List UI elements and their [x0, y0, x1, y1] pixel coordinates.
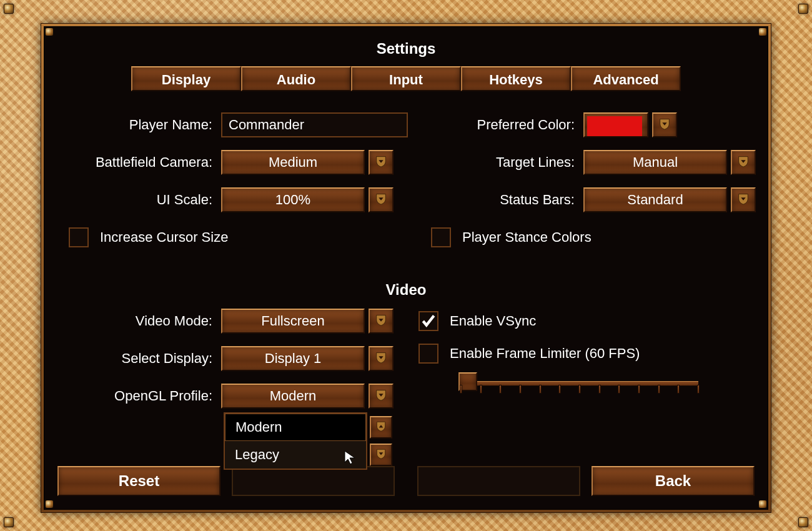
tab-bar: Display Audio Input Hotkeys Advanced — [44, 66, 768, 91]
label-player-name: Player Name: — [56, 117, 221, 133]
slider-tick — [677, 385, 680, 394]
select-display-arrow[interactable] — [369, 346, 394, 371]
select-display-value: Display 1 — [221, 346, 365, 371]
row-target-lines: Target Lines: Manual — [418, 149, 756, 176]
preferred-color-value — [583, 112, 648, 137]
tab-display[interactable]: Display — [131, 66, 241, 91]
opengl-option-modern[interactable]: Modern — [225, 414, 366, 441]
row-opengl-profile: OpenGL Profile: Modern — [56, 382, 394, 410]
back-button[interactable]: Back — [592, 466, 755, 496]
preferred-color-arrow[interactable] — [652, 112, 677, 137]
battlefield-camera-value: Medium — [221, 150, 365, 175]
display-settings-right: Preferred Color: Target Lines: Manual — [418, 111, 756, 256]
slider-tick — [460, 385, 462, 394]
chevron-up-icon — [375, 420, 387, 435]
tab-hotkeys[interactable]: Hotkeys — [461, 66, 571, 91]
slider-tick — [578, 385, 581, 394]
label-target-lines: Target Lines: — [418, 154, 583, 171]
tab-input[interactable]: Input — [351, 66, 461, 91]
chevron-down-icon — [374, 192, 388, 208]
label-opengl-profile: OpenGL Profile: — [56, 388, 221, 404]
chevron-down-icon — [658, 117, 671, 133]
dropdown-scroll-up[interactable] — [370, 416, 392, 439]
chevron-down-icon — [736, 154, 750, 171]
chevron-down-icon — [375, 447, 387, 462]
slider-tick — [499, 385, 502, 394]
footer-spacer — [232, 466, 395, 496]
chevron-down-icon — [374, 388, 388, 404]
slider-tick — [519, 385, 522, 394]
display-settings-grid: Player Name: Battlefield Camera: Medium … — [44, 111, 768, 256]
footer-spacer — [417, 466, 580, 496]
chevron-down-icon — [374, 154, 388, 171]
video-mode-dropdown[interactable]: Fullscreen — [221, 309, 394, 334]
preferred-color-dropdown[interactable] — [583, 112, 677, 137]
frame-rivet-icon — [798, 517, 808, 527]
row-increase-cursor: Increase Cursor Size — [56, 224, 394, 251]
row-stance-colors: Player Stance Colors — [418, 224, 756, 251]
label-enable-vsync: Enable VSync — [450, 313, 536, 329]
status-bars-arrow[interactable] — [731, 187, 756, 212]
panel-rivet-icon — [46, 500, 53, 508]
row-enable-frame-limiter: Enable Frame Limiter (60 FPS) — [418, 340, 756, 367]
label-status-bars: Status Bars: — [418, 192, 583, 208]
color-swatch-icon — [587, 116, 642, 136]
increase-cursor-checkbox[interactable] — [69, 227, 89, 247]
row-enable-vsync: Enable VSync — [418, 307, 756, 335]
video-mode-arrow[interactable] — [369, 309, 394, 334]
status-bars-dropdown[interactable]: Standard — [583, 187, 756, 212]
slider-tick — [697, 385, 700, 394]
enable-frame-limiter-checkbox[interactable] — [418, 344, 438, 364]
opengl-profile-value: Modern — [221, 384, 365, 409]
dropdown-scroll-down[interactable] — [370, 444, 392, 466]
player-name-input[interactable] — [221, 112, 408, 137]
footer-buttons: Reset Back — [57, 466, 755, 496]
video-settings-grid: Video Mode: Fullscreen Select Display: D… — [44, 307, 768, 420]
slider-tick — [658, 385, 660, 394]
select-display-dropdown[interactable]: Display 1 — [221, 346, 394, 371]
row-video-mode: Video Mode: Fullscreen — [56, 307, 394, 335]
slider-tick — [558, 385, 561, 394]
opengl-profile-dropdown[interactable]: Modern — [221, 384, 394, 409]
row-player-name: Player Name: — [56, 111, 394, 139]
ui-scale-dropdown[interactable]: 100% — [221, 187, 394, 212]
target-lines-value: Manual — [583, 150, 727, 175]
battlefield-camera-dropdown[interactable]: Medium — [221, 150, 394, 175]
opengl-option-legacy[interactable]: Legacy — [225, 441, 366, 469]
label-video-mode: Video Mode: — [56, 313, 221, 329]
frame-rivet-icon — [4, 4, 14, 14]
enable-vsync-checkbox[interactable] — [418, 311, 438, 331]
footer-right: Back — [417, 466, 755, 496]
label-enable-frame-limiter: Enable Frame Limiter (60 FPS) — [450, 345, 640, 362]
reset-button[interactable]: Reset — [57, 466, 220, 496]
display-settings-left: Player Name: Battlefield Camera: Medium … — [56, 111, 394, 256]
video-title: Video — [44, 281, 768, 299]
target-lines-dropdown[interactable]: Manual — [583, 150, 756, 175]
ui-scale-value: 100% — [221, 187, 365, 212]
panel-rivet-icon — [46, 28, 53, 36]
frame-rivet-icon — [798, 4, 808, 14]
label-stance-colors: Player Stance Colors — [462, 229, 592, 246]
settings-panel: Settings Display Audio Input Hotkeys Adv… — [41, 24, 771, 512]
chevron-down-icon — [374, 350, 388, 367]
stance-colors-checkbox[interactable] — [431, 227, 451, 247]
opengl-profile-dropdown-list[interactable]: Modern Legacy — [224, 412, 367, 470]
target-lines-arrow[interactable] — [731, 150, 756, 175]
slider-tick — [598, 385, 601, 394]
slider-tick — [539, 385, 542, 394]
check-icon — [420, 313, 437, 329]
ui-scale-arrow[interactable] — [369, 187, 394, 212]
label-preferred-color: Preferred Color: — [418, 117, 583, 133]
footer-left: Reset — [57, 466, 395, 496]
frame-limiter-slider[interactable] — [461, 372, 698, 401]
slider-tick — [618, 385, 620, 394]
video-settings-right: Enable VSync Enable Frame Limiter (60 FP… — [418, 307, 756, 420]
opengl-profile-arrow[interactable] — [369, 384, 394, 409]
row-select-display: Select Display: Display 1 — [56, 345, 394, 372]
slider-tick — [638, 385, 640, 394]
video-mode-value: Fullscreen — [221, 309, 365, 334]
tab-audio[interactable]: Audio — [241, 66, 351, 91]
tab-advanced[interactable]: Advanced — [571, 66, 681, 91]
row-ui-scale: UI Scale: 100% — [56, 186, 394, 214]
battlefield-camera-arrow[interactable] — [369, 150, 394, 175]
